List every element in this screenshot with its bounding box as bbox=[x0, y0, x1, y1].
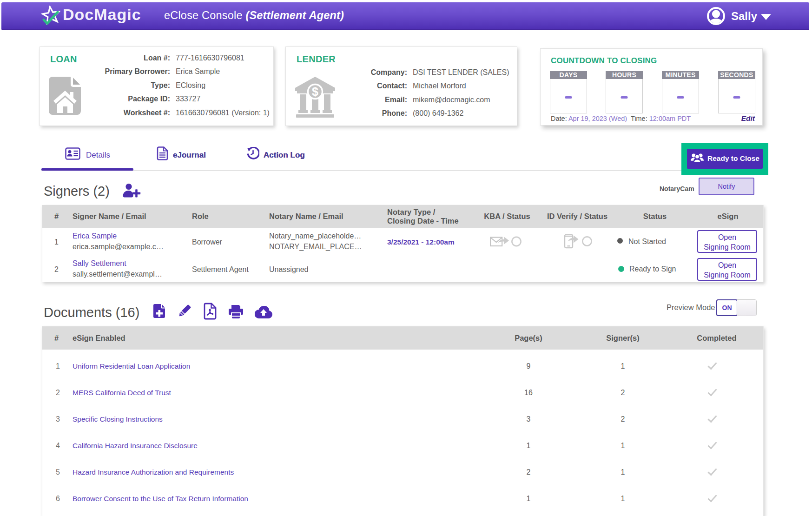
svg-text:$: $ bbox=[312, 85, 318, 98]
